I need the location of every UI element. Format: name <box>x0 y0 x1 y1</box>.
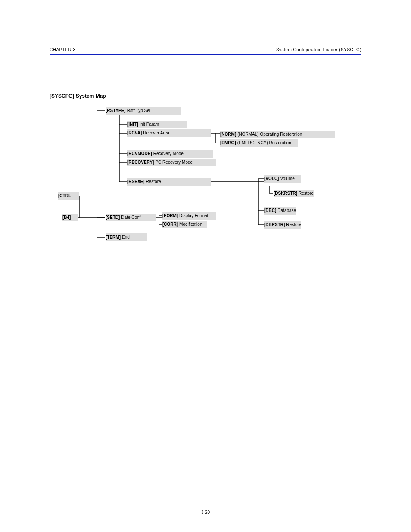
tree-node-ctrl: [CTRL] <box>58 192 80 200</box>
tree-node-norm: [NORM](NORMAL) Operating Restoration <box>220 131 336 138</box>
node-keyword: [TERM] <box>106 235 121 240</box>
header-rule <box>50 54 361 55</box>
node-label: Recovery Mode <box>153 151 184 156</box>
node-label: (EMERGENCY) Restoration <box>237 140 291 145</box>
node-keyword: [B4] <box>62 215 71 220</box>
tree-node-volc: [VOLC]Volume <box>264 175 302 183</box>
node-keyword: [VOLC] <box>264 176 279 181</box>
node-keyword: [CORR] <box>162 222 178 227</box>
node-box: [B4] <box>62 214 78 221</box>
node-box: [FORM]Display Format <box>162 212 216 220</box>
node-box: [NORM](NORMAL) Operating Restoration <box>220 131 335 138</box>
node-label: Database <box>277 208 296 213</box>
chapter-label: CHAPTER 3 <box>50 47 76 52</box>
node-box: [RCVMODE]Recovery Mode <box>127 150 213 158</box>
tree-node-dskrstr: [DSKRSTR]Restore <box>274 190 314 197</box>
node-box: [RSEXE]Restore <box>127 178 211 186</box>
node-keyword: [FORM] <box>162 213 178 218</box>
section-label: System Configuration Loader (SYSCFG) <box>276 47 361 52</box>
node-keyword: [INIT] <box>127 122 138 127</box>
menu-tree-diagram: [CTRL][B4][RSTYPE]Rstr Typ Sel[INIT]Init… <box>58 103 360 258</box>
page-header: CHAPTER 3 System Configuration Loader (S… <box>50 47 361 58</box>
node-keyword: [SETD] <box>106 215 120 220</box>
tree-node-recovery: [RECOVERY]PC Recovery Mode <box>127 159 217 166</box>
node-keyword: [RECOVERY] <box>127 160 154 165</box>
node-keyword: [RSEXE] <box>127 179 145 184</box>
node-keyword: [DSKRSTR] <box>274 191 297 196</box>
node-label: (NORMAL) Operating Restoration <box>237 132 302 137</box>
tree-node-emrg: [EMRG](EMERGENCY) Restoration <box>220 139 299 147</box>
node-label: Recover Area <box>143 131 169 135</box>
node-label: Init Param <box>140 122 159 127</box>
node-keyword: [CTRL] <box>58 193 72 198</box>
node-box: [DSKRSTR]Restore <box>274 190 314 197</box>
node-label: Modification <box>179 222 202 227</box>
node-keyword: [NORM] <box>220 132 236 137</box>
tree-node-corr: [CORR]Modification <box>162 221 208 228</box>
node-label: PC Recovery Mode <box>155 160 193 165</box>
node-keyword: [EMRG] <box>220 140 236 145</box>
node-box: [TERM]End <box>106 233 147 241</box>
tree-node-term: [TERM]End <box>106 233 148 241</box>
node-label: Restore <box>299 191 314 196</box>
tree-node-dbrstr: [DBRSTR]Restore <box>264 221 302 229</box>
tree-node-form: [FORM]Display Format <box>162 212 217 220</box>
node-box: [CTRL] <box>58 192 79 200</box>
page-number: 3-20 <box>0 510 411 515</box>
tree-node-b4: [B4] <box>62 214 79 221</box>
tree-node-dbc: [DBC]Database <box>264 207 297 215</box>
node-keyword: [DBRSTR] <box>264 222 285 227</box>
node-label: Display Format <box>179 213 208 218</box>
tree-node-rcva: [RCVA]Recover Area <box>127 129 212 137</box>
node-label: Restore <box>146 179 161 184</box>
node-keyword: [DBC] <box>264 208 276 213</box>
node-keyword: [RSTYPE] <box>106 108 126 113</box>
node-box: [SETD]Date Conf <box>106 214 156 221</box>
tree-node-setd: [SETD]Date Conf <box>106 214 157 221</box>
node-box: [VOLC]Volume <box>264 175 301 183</box>
tree-node-rsexe: [RSEXE]Restore <box>127 178 212 186</box>
node-box: [DBC]Database <box>264 207 296 215</box>
node-box: [RECOVERY]PC Recovery Mode <box>127 159 216 166</box>
tree-node-rcvmode: [RCVMODE]Recovery Mode <box>127 150 214 158</box>
node-box: [DBRSTR]Restore <box>264 221 301 229</box>
node-label: Date Conf <box>121 215 140 220</box>
node-box: [RCVA]Recover Area <box>127 129 211 137</box>
system-map-title: [SYSCFG] System Map <box>50 93 106 99</box>
node-label: End <box>122 235 130 240</box>
tree-node-init: [INIT]Init Param <box>127 121 188 128</box>
node-box: [INIT]Init Param <box>127 121 187 128</box>
node-label: Volume <box>280 176 294 181</box>
node-keyword: [RCVA] <box>127 131 142 135</box>
tree-node-rstype: [RSTYPE]Rstr Typ Sel <box>106 107 182 115</box>
node-label: Restore <box>286 222 301 227</box>
node-box: [EMRG](EMERGENCY) Restoration <box>220 139 298 147</box>
node-box: [CORR]Modification <box>162 221 207 228</box>
node-box: [RSTYPE]Rstr Typ Sel <box>106 107 181 115</box>
node-label: Rstr Typ Sel <box>127 108 150 113</box>
node-keyword: [RCVMODE] <box>127 151 152 156</box>
